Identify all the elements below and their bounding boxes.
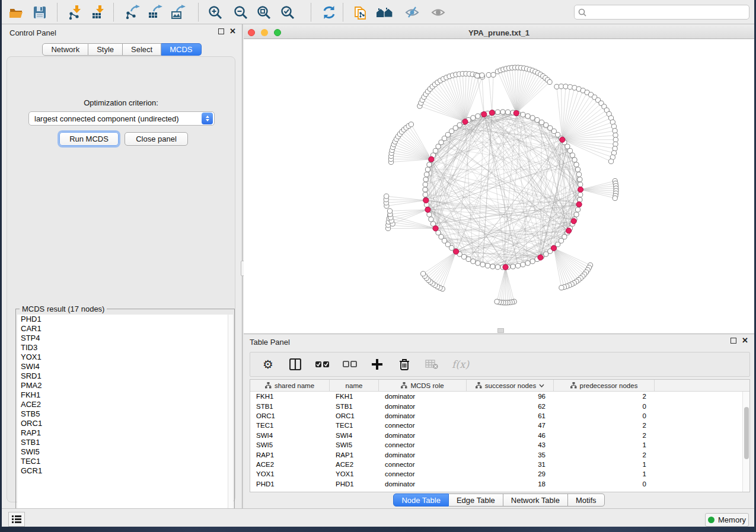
delete-table-icon[interactable] bbox=[425, 357, 439, 372]
network-node[interactable] bbox=[384, 194, 389, 198]
task-history-button[interactable] bbox=[8, 512, 25, 527]
table-cell[interactable]: 43 bbox=[467, 440, 554, 450]
network-node[interactable] bbox=[575, 207, 580, 212]
network-node[interactable] bbox=[578, 192, 583, 197]
mcds-result-item[interactable]: STP4 bbox=[17, 334, 229, 343]
network-node[interactable] bbox=[485, 263, 490, 268]
table-cell[interactable]: 29 bbox=[467, 469, 554, 479]
table-cell[interactable]: 61 bbox=[467, 411, 554, 421]
table-scrollbar-thumb[interactable] bbox=[744, 407, 749, 459]
table-cell[interactable]: 0 bbox=[554, 411, 655, 421]
network-node[interactable] bbox=[608, 159, 613, 164]
network-hub-node[interactable] bbox=[578, 187, 583, 192]
table-cell[interactable]: STB1 bbox=[250, 401, 330, 411]
network-node[interactable] bbox=[574, 162, 579, 167]
network-node[interactable] bbox=[491, 72, 496, 77]
table-cell[interactable]: 2 bbox=[554, 431, 655, 440]
network-node[interactable] bbox=[476, 114, 480, 118]
network-node[interactable] bbox=[423, 177, 428, 182]
tab-edge-table[interactable]: Edge Table bbox=[449, 493, 503, 507]
network-node[interactable] bbox=[505, 110, 510, 114]
network-node[interactable] bbox=[578, 177, 582, 182]
close-panel-icon[interactable]: ✕ bbox=[229, 28, 236, 34]
table-row[interactable]: PHD1PHD1dominator180 bbox=[250, 479, 749, 489]
network-node[interactable] bbox=[436, 144, 441, 149]
table-cell[interactable]: connector bbox=[379, 460, 467, 469]
network-hub-node[interactable] bbox=[503, 264, 508, 270]
table-cell[interactable]: 18 bbox=[467, 479, 554, 489]
network-node[interactable] bbox=[471, 259, 476, 264]
table-row[interactable]: YOX1YOX1connector291 bbox=[250, 469, 749, 479]
export-network-icon[interactable] bbox=[124, 4, 141, 21]
import-network-icon[interactable] bbox=[67, 4, 84, 21]
network-node[interactable] bbox=[544, 252, 548, 257]
network-node[interactable] bbox=[539, 120, 544, 124]
hide-details-eye-slash-icon[interactable] bbox=[404, 4, 420, 21]
refresh-layout-icon[interactable] bbox=[321, 4, 337, 21]
network-hub-node[interactable] bbox=[425, 207, 430, 212]
table-cell[interactable]: SWI4 bbox=[250, 431, 330, 440]
export-image-icon[interactable] bbox=[170, 4, 186, 21]
network-node[interactable] bbox=[554, 84, 559, 89]
table-cell[interactable]: ACE2 bbox=[330, 460, 379, 469]
mcds-result-item[interactable]: STB5 bbox=[17, 409, 229, 419]
network-hub-node[interactable] bbox=[513, 110, 519, 116]
network-node[interactable] bbox=[429, 217, 433, 222]
function-builder-icon[interactable]: f(x) bbox=[452, 358, 469, 370]
table-scrollbar[interactable] bbox=[742, 392, 749, 492]
export-table-icon[interactable] bbox=[146, 4, 163, 21]
network-hub-node[interactable] bbox=[560, 137, 565, 142]
table-cell[interactable]: 35 bbox=[467, 450, 554, 459]
table-cell[interactable]: 0 bbox=[554, 479, 655, 489]
tab-network-table[interactable]: Network Table bbox=[503, 493, 568, 507]
network-node[interactable] bbox=[424, 172, 429, 177]
deselect-all-checkboxes-icon[interactable] bbox=[343, 357, 357, 372]
details-eye-icon[interactable] bbox=[430, 4, 446, 21]
network-hub-node[interactable] bbox=[576, 201, 582, 207]
table-cell[interactable]: 46 bbox=[467, 431, 554, 440]
network-node[interactable] bbox=[578, 197, 582, 202]
select-all-checkboxes-icon[interactable] bbox=[315, 357, 330, 372]
tab-node-table[interactable]: Node Table bbox=[393, 493, 449, 507]
table-cell[interactable]: dominator bbox=[379, 411, 467, 421]
mcds-result-item[interactable]: SWI4 bbox=[17, 362, 229, 371]
network-node[interactable] bbox=[570, 153, 575, 158]
network-node[interactable] bbox=[495, 265, 500, 270]
network-hub-node[interactable] bbox=[566, 228, 571, 233]
network-node[interactable] bbox=[521, 262, 525, 267]
network-node[interactable] bbox=[559, 286, 564, 290]
mcds-result-item[interactable]: TID3 bbox=[17, 343, 229, 352]
network-hub-node[interactable] bbox=[454, 249, 459, 254]
network-node[interactable] bbox=[613, 196, 617, 200]
mcds-result-item[interactable]: TEC1 bbox=[17, 457, 229, 466]
column-header-successor-nodes[interactable]: successor nodes bbox=[467, 380, 554, 391]
network-node[interactable] bbox=[563, 84, 568, 89]
column-header-shared-name[interactable]: shared name bbox=[250, 380, 330, 391]
mcds-result-item[interactable]: YOX1 bbox=[17, 352, 229, 362]
table-cell[interactable]: 1 bbox=[554, 460, 655, 469]
tab-mcds[interactable]: MCDS bbox=[161, 43, 201, 56]
network-node[interactable] bbox=[421, 271, 426, 276]
network-node[interactable] bbox=[567, 148, 572, 153]
network-node[interactable] bbox=[530, 116, 535, 120]
table-cell[interactable]: 62 bbox=[467, 401, 554, 411]
table-cell[interactable]: 2 bbox=[554, 421, 655, 430]
mcds-result-item[interactable]: PHD1 bbox=[17, 315, 229, 324]
tab-style[interactable]: Style bbox=[88, 43, 123, 56]
table-cell[interactable]: PHD1 bbox=[250, 479, 330, 489]
mcds-result-item[interactable]: ORC1 bbox=[17, 419, 229, 428]
table-cell[interactable]: ORC1 bbox=[250, 411, 330, 421]
table-cell[interactable]: ACE2 bbox=[250, 460, 330, 469]
table-cell[interactable]: TEC1 bbox=[330, 421, 379, 430]
table-options-gear-icon[interactable]: ⚙ bbox=[261, 357, 275, 372]
float-panel-icon[interactable] bbox=[218, 28, 224, 34]
network-node[interactable] bbox=[427, 162, 432, 167]
table-cell[interactable]: 2 bbox=[554, 450, 655, 459]
table-cell[interactable]: dominator bbox=[379, 450, 467, 459]
table-cell[interactable]: RAP1 bbox=[250, 450, 330, 459]
table-cell[interactable]: FKH1 bbox=[250, 392, 330, 401]
close-panel-button[interactable]: Close panel bbox=[125, 132, 188, 146]
float-panel-icon[interactable] bbox=[731, 338, 736, 344]
network-node[interactable] bbox=[433, 148, 438, 153]
network-hub-node[interactable] bbox=[462, 119, 468, 124]
